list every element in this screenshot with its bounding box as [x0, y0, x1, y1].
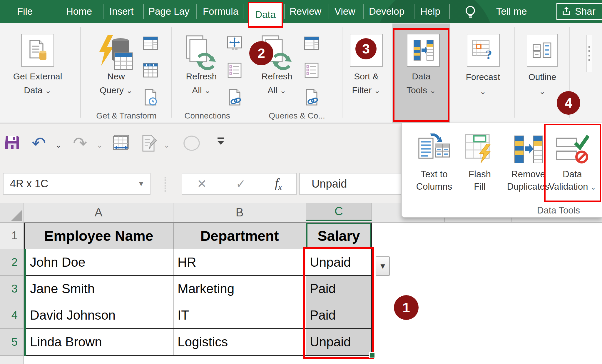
cell-C4[interactable]: Paid: [306, 302, 372, 329]
row-header-1[interactable]: 1: [0, 223, 24, 249]
properties-icon[interactable]: [303, 59, 320, 82]
menu-tab-formula[interactable]: Formula: [203, 0, 238, 23]
cell-B2[interactable]: HR: [173, 249, 306, 276]
cell-A5[interactable]: Linda Brown: [24, 329, 173, 356]
new-query-button[interactable]: [97, 34, 134, 73]
svg-text:?: ?: [486, 48, 492, 61]
oval-shape-icon[interactable]: [182, 135, 201, 152]
menu-tab-page-lay[interactable]: Page Lay: [148, 0, 189, 23]
get-external-data-icon: [25, 38, 50, 63]
select-all-corner[interactable]: [0, 203, 24, 222]
data-tools-group[interactable]: Data Tools ⌄: [392, 24, 450, 123]
row-header-5[interactable]: 5: [0, 329, 24, 356]
menu-tab-file[interactable]: File: [17, 0, 33, 23]
data-validation-button[interactable]: Data Validation ⌄: [544, 129, 600, 202]
cell-A2[interactable]: John Doe: [24, 249, 173, 276]
flash-fill-button[interactable]: FlashFill: [459, 129, 500, 202]
redo-icon[interactable]: ↷: [73, 135, 87, 152]
enter-icon[interactable]: ✓: [236, 177, 246, 191]
workbook-connections-icon[interactable]: [226, 59, 243, 82]
name-box-dropdown-icon[interactable]: ▼: [138, 180, 145, 188]
menu-tab-home[interactable]: Home: [66, 0, 92, 23]
save-icon[interactable]: [5, 135, 20, 150]
group-caption-queries: Queries & Co...: [259, 111, 335, 121]
outline-button[interactable]: [527, 34, 558, 67]
excel-window: FileHomeInsertPage LayFormulaReviewViewD…: [0, 0, 602, 364]
get-external-data-label-2: Data ⌄: [5, 85, 70, 95]
cell-C5[interactable]: Unpaid: [306, 329, 372, 356]
show-queries-icon[interactable]: [142, 32, 159, 55]
share-label: Shar: [575, 6, 596, 17]
cell-A3[interactable]: Jane Smith: [24, 276, 173, 302]
forecast-button[interactable]: ?: [467, 34, 500, 67]
row-header-4[interactable]: 4: [0, 302, 24, 329]
column-header-C[interactable]: C: [306, 203, 372, 221]
tell-me-label: Tell me: [496, 6, 527, 17]
ribbon-scroll-handle[interactable]: [586, 35, 592, 72]
menu-tab-develop[interactable]: Develop: [369, 0, 404, 23]
text-to-columns-button[interactable]: Text toColumns: [409, 129, 459, 202]
edit-document-icon[interactable]: [141, 135, 157, 152]
cell-C2[interactable]: Unpaid: [306, 249, 372, 276]
undo-icon[interactable]: ↶: [32, 135, 46, 152]
get-external-data-button[interactable]: [21, 34, 54, 67]
column-header-B[interactable]: B: [173, 203, 306, 222]
recent-sources-icon[interactable]: [142, 86, 159, 109]
chevron-down-icon: ⌄: [591, 184, 596, 191]
cell-A1[interactable]: Employee Name: [24, 223, 173, 249]
column-header-A[interactable]: A: [24, 203, 173, 222]
undo-dropdown-icon[interactable]: ⌄: [55, 141, 62, 150]
cell-B5[interactable]: Logistics: [173, 329, 306, 356]
tab-data-label: Data: [255, 9, 276, 20]
insert-function-icon[interactable]: fx: [275, 176, 282, 192]
edit-links-icon[interactable]: [226, 86, 243, 109]
data-validation-icon: [544, 129, 600, 164]
fill-handle[interactable]: [369, 352, 375, 358]
refresh-all-icon: [183, 35, 218, 71]
queries-connections-icon[interactable]: [303, 32, 320, 55]
redo-dropdown-icon[interactable]: ⌄: [96, 141, 103, 150]
tab-data-annotated[interactable]: Data: [248, 2, 283, 28]
from-table-icon[interactable]: [142, 59, 159, 82]
menu-tab-insert[interactable]: Insert: [109, 0, 134, 23]
connection-properties-icon[interactable]: [226, 32, 243, 55]
menu-tab-view[interactable]: View: [335, 0, 355, 23]
share-button[interactable]: Shar: [556, 3, 602, 20]
refresh-all-label-2: All ⌄: [169, 85, 234, 95]
row-header-3[interactable]: 3: [0, 276, 24, 302]
tell-me-button[interactable]: Tell me: [496, 0, 527, 23]
cancel-icon[interactable]: ✕: [197, 177, 207, 191]
cell-B1[interactable]: Department: [173, 223, 306, 249]
menu-tab-help[interactable]: Help: [420, 0, 440, 23]
menu-separator: [449, 4, 450, 19]
cell-C3[interactable]: Paid: [306, 276, 372, 302]
customize-toolbar-icon[interactable]: [216, 136, 225, 147]
new-query-label-2: Query ⌄: [84, 85, 148, 95]
new-query-label-1: New: [84, 71, 148, 81]
row-header-6[interactable]: [0, 356, 24, 364]
formula-bar-splitter[interactable]: [165, 177, 165, 192]
column-width-icon[interactable]: [112, 135, 131, 152]
menu-tab-review[interactable]: Review: [290, 0, 321, 23]
menu-separator: [363, 4, 364, 19]
cell-A4[interactable]: David Johnson: [24, 302, 173, 329]
edit-dropdown-icon[interactable]: ⌄: [163, 141, 170, 150]
formula-value: Unpaid: [312, 178, 347, 190]
menu-separator: [329, 4, 329, 19]
menu-separator: [103, 4, 103, 19]
name-box[interactable]: 4R x 1C ▼: [3, 173, 150, 195]
refresh-all-button[interactable]: [183, 35, 218, 72]
outline-label: Outline: [510, 72, 575, 82]
formula-buttons: ✕ ✓ fx: [182, 173, 297, 195]
cell-B4[interactable]: IT: [173, 302, 306, 329]
edit-links-icon[interactable]: [303, 86, 320, 109]
step-badge-3: 3: [355, 38, 377, 59]
outline-icon: [531, 40, 553, 61]
cell-C1[interactable]: Salary: [306, 223, 372, 249]
data-tools-flyout: Text toColumns FlashFill: [401, 123, 602, 218]
chevron-down-icon: ⌄: [429, 86, 436, 95]
data-validation-dropdown-button[interactable]: ▼: [376, 256, 390, 276]
menu-separator: [143, 4, 144, 19]
cell-B3[interactable]: Marketing: [173, 276, 306, 302]
row-header-2[interactable]: 2: [0, 249, 24, 276]
